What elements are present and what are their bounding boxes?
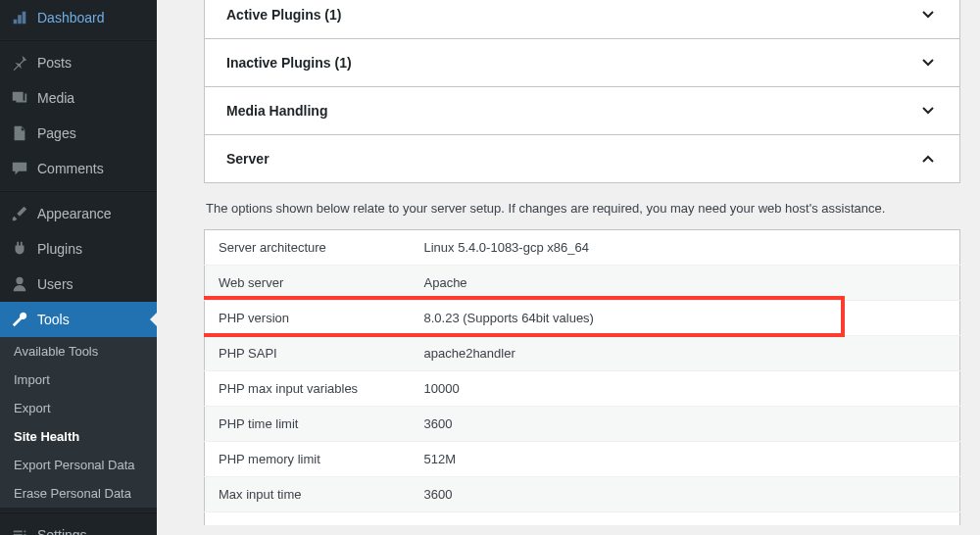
sidebar-item-label: Pages [37, 125, 76, 141]
server-info-table: Server architectureLinux 5.4.0-1083-gcp … [204, 229, 960, 525]
server-row-label: Server architecture [205, 230, 411, 266]
submenu-export-personal-data[interactable]: Export Personal Data [0, 451, 157, 479]
server-row-value: 3600 [411, 477, 960, 512]
server-row-label: PHP SAPI [205, 336, 411, 371]
sidebar-item-dashboard[interactable]: Dashboard [0, 0, 157, 35]
table-row: PHP max input variables10000 [205, 371, 960, 407]
server-row-value: 3600 [411, 407, 960, 442]
sidebar-item-appearance[interactable]: Appearance [0, 196, 157, 231]
server-row-value: 8.0.23 (Supports 64bit values) [411, 301, 960, 336]
accordion-title: Inactive Plugins (1) [226, 55, 352, 71]
table-row: Max input time3600 [205, 477, 960, 512]
submenu-import[interactable]: Import [0, 365, 157, 394]
table-row: PHP time limit3600 [205, 407, 960, 442]
server-row-value: 50M [411, 512, 960, 526]
submenu-available-tools[interactable]: Available Tools [0, 337, 157, 365]
server-row-label: Web server [205, 266, 411, 301]
plugin-icon [10, 239, 29, 259]
server-row-label: Max input time [205, 477, 411, 512]
chevron-up-icon [918, 149, 938, 169]
submenu-erase-personal-data[interactable]: Erase Personal Data [0, 479, 157, 508]
sidebar-item-label: Tools [37, 312, 70, 327]
table-row: Server architectureLinux 5.4.0-1083-gcp … [205, 230, 960, 266]
accordion-active-plugins[interactable]: Active Plugins (1) [205, 0, 959, 38]
sidebar-item-label: Posts [37, 55, 72, 71]
wrench-icon [10, 310, 29, 329]
accordion-title: Active Plugins (1) [226, 7, 341, 23]
submenu-site-health[interactable]: Site Health [0, 422, 157, 451]
sidebar-item-label: Appearance [37, 206, 112, 221]
server-row-value: apache2handler [411, 336, 960, 371]
tools-submenu: Available Tools Import Export Site Healt… [0, 337, 157, 508]
sidebar-item-media[interactable]: Media [0, 80, 157, 116]
server-row-label: PHP time limit [205, 407, 411, 442]
sidebar-item-pages[interactable]: Pages [0, 116, 157, 151]
sidebar-item-users[interactable]: Users [0, 267, 157, 302]
sidebar-item-settings[interactable]: Settings [0, 517, 157, 535]
table-row: PHP SAPIapache2handler [205, 336, 960, 371]
server-row-label: PHP version [205, 301, 411, 336]
accordion-title: Server [226, 151, 270, 167]
server-row-label: Upload max filesize [205, 512, 411, 526]
server-row-value: Apache [411, 266, 960, 301]
sidebar-item-label: Users [37, 276, 74, 292]
accordion-title: Media Handling [226, 103, 327, 119]
sidebar-item-label: Comments [37, 161, 104, 176]
accordion-server[interactable]: Server [205, 135, 959, 182]
server-row-value: Linux 5.4.0-1083-gcp x86_64 [411, 230, 960, 266]
table-row: PHP memory limit512M [205, 442, 960, 477]
main-content: Active Plugins (1) Inactive Plugins (1) … [157, 0, 980, 535]
user-icon [10, 274, 29, 294]
page-icon [10, 123, 29, 143]
sidebar-item-plugins[interactable]: Plugins [0, 231, 157, 267]
settings-icon [10, 525, 29, 535]
sidebar-item-comments[interactable]: Comments [0, 151, 157, 186]
accordion-media-handling[interactable]: Media Handling [205, 87, 959, 134]
table-row: Upload max filesize50M [205, 512, 960, 526]
server-row-label: PHP memory limit [205, 442, 411, 477]
submenu-export[interactable]: Export [0, 394, 157, 422]
sidebar-item-label: Media [37, 90, 74, 106]
admin-sidebar: Dashboard Posts Media Pages Commen [0, 0, 157, 535]
sidebar-item-label: Dashboard [37, 10, 105, 25]
dashboard-icon [10, 8, 29, 27]
server-intro-text: The options shown below relate to your s… [204, 183, 960, 229]
chevron-down-icon [918, 5, 938, 24]
pin-icon [10, 53, 29, 73]
server-row-value: 512M [411, 442, 960, 477]
chevron-down-icon [918, 53, 938, 73]
sidebar-item-label: Plugins [37, 241, 82, 257]
table-row: Web serverApache [205, 266, 960, 301]
table-row: PHP version8.0.23 (Supports 64bit values… [205, 301, 960, 336]
server-row-value: 10000 [411, 371, 960, 407]
sidebar-item-label: Settings [37, 527, 87, 535]
chevron-down-icon [918, 101, 938, 121]
sidebar-item-posts[interactable]: Posts [0, 45, 157, 80]
brush-icon [10, 204, 29, 223]
server-row-label: PHP max input variables [205, 371, 411, 407]
accordion-inactive-plugins[interactable]: Inactive Plugins (1) [205, 39, 959, 86]
comment-icon [10, 159, 29, 178]
media-icon [10, 88, 29, 108]
sidebar-item-tools[interactable]: Tools [0, 302, 157, 337]
